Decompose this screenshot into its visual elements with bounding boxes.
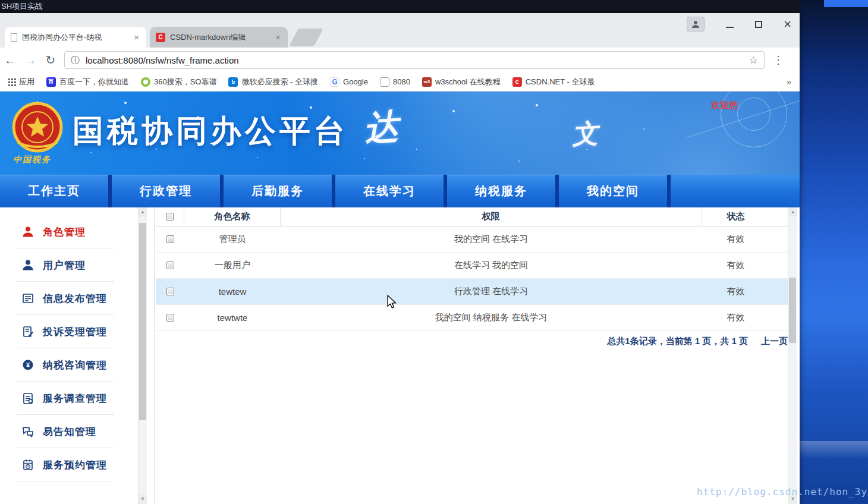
site-title: 国税协同办公平台 — [73, 111, 348, 152]
close-button[interactable]: × — [784, 17, 791, 32]
row-checkbox[interactable] — [166, 235, 174, 243]
booking-calendar-icon — [21, 458, 34, 471]
recording-title-bar: SH项目实战 — [0, 0, 800, 13]
bookmark-8080[interactable]: 8080 — [380, 77, 410, 87]
google-favicon: G — [330, 77, 339, 87]
role-permissions: 在线学习 我的空间 — [281, 260, 702, 271]
forward-icon[interactable]: → — [20, 53, 40, 67]
row-checkbox[interactable] — [166, 262, 174, 269]
sidebar-item-tax-consult[interactable]: ¥ 纳税咨询管理 — [0, 348, 138, 382]
scroll-up-icon[interactable]: ▲ — [788, 207, 797, 217]
nav-item-admin[interactable]: 行政管理 — [112, 175, 220, 207]
scroll-down-icon[interactable]: ▼ — [139, 494, 147, 504]
bookmark-baidu[interactable]: 百 百度一下，你就知道 — [46, 77, 129, 87]
tab-close-icon[interactable]: × — [133, 32, 140, 42]
tab-tax-platform[interactable]: 国税协同办公平台-纳税 × — [5, 27, 146, 48]
emblem-logo — [10, 101, 66, 158]
bookmark-apps[interactable]: 应用 — [8, 77, 34, 87]
role-status: 有效 — [702, 260, 770, 271]
scrollbar-thumb[interactable] — [789, 278, 796, 343]
scrollbar-thumb[interactable] — [139, 223, 146, 420]
sidebar-item-service-survey[interactable]: 服务调查管理 — [0, 382, 138, 415]
nav-item-home[interactable]: 工作主页 — [0, 175, 108, 207]
sidebar-scrollbar[interactable]: ▲ ▼ — [138, 207, 147, 504]
role-permissions: 行政管理 在线学习 — [281, 286, 702, 297]
sidebar-item-info-publish[interactable]: 信息发布管理 — [0, 282, 138, 315]
sidebar-item-notify[interactable]: 易告知管理 — [0, 415, 138, 448]
doc-favicon — [380, 77, 389, 87]
minimize-button[interactable] — [726, 21, 734, 28]
content-scrollbar[interactable]: ▲ ▼ — [788, 207, 797, 504]
role-status: 有效 — [702, 312, 770, 323]
tab-title: 国税协同办公平台-纳税 — [22, 32, 128, 43]
bookmark-bing[interactable]: b 微软必应搜索 - 全球搜 — [228, 77, 318, 87]
main-nav: 工作主页 行政管理 后勤服务 在线学习 纳税服务 我的空间 — [0, 175, 800, 207]
bookmark-star-icon[interactable]: ☆ — [749, 54, 758, 67]
new-tab-button[interactable] — [289, 29, 323, 46]
role-name: tewtew — [184, 286, 281, 297]
bookmarks-overflow-icon[interactable]: » — [787, 77, 791, 87]
bookmark-w3school[interactable]: w3 w3school 在线教程 — [422, 77, 501, 87]
csdn-favicon: C — [156, 33, 165, 42]
table-row[interactable]: tewtwte 我的空间 纳税服务 在线学习 有效 — [156, 305, 788, 331]
sidebar-item-complaint[interactable]: 投诉受理管理 — [0, 315, 138, 348]
browser-menu-icon[interactable]: ⋮ — [773, 53, 784, 67]
role-name: 管理员 — [184, 234, 281, 245]
csdn-favicon: C — [512, 77, 522, 87]
nav-item-logistics[interactable]: 后勤服务 — [224, 175, 332, 207]
sidebar-item-role-mgmt[interactable]: 角色管理 — [0, 215, 138, 248]
role-permissions: 我的空间 在线学习 — [281, 234, 702, 245]
tab-close-icon[interactable]: × — [274, 32, 282, 42]
page-info-icon[interactable]: ⓘ — [71, 55, 80, 66]
row-checkbox[interactable] — [166, 288, 174, 295]
profile-button[interactable] — [687, 17, 705, 32]
pagination-summary: 总共1条记录，当前第 1 页，共 1 页 — [607, 336, 748, 347]
scroll-up-icon[interactable]: ▲ — [139, 207, 147, 217]
browser-titlebar: 国税协同办公平台-纳税 × C CSDN-markdown编辑 × × — [0, 13, 800, 48]
address-bar[interactable]: ⓘ localhost:8080/nsfw/nsfw_frame.action … — [64, 51, 765, 69]
column-header-permissions: 权限 — [281, 207, 702, 226]
bookmark-google[interactable]: G Google — [330, 77, 368, 87]
w3school-favicon: w3 — [422, 77, 432, 87]
table-row[interactable]: 一般用户 在线学习 我的空间 有效 — [156, 253, 788, 279]
tab-title: CSDN-markdown编辑 — [170, 32, 269, 43]
maximize-button[interactable] — [755, 21, 762, 28]
role-status: 有效 — [702, 234, 770, 245]
bing-favicon: b — [228, 77, 238, 87]
watermark-url: http://blog.csdn.net/hon_3y — [697, 486, 867, 497]
column-header-status: 状态 — [702, 207, 770, 226]
tax-coin-icon: ¥ — [21, 358, 34, 371]
browser-toolbar: ← → ↻ ⓘ localhost:8080/nsfw/nsfw_frame.a… — [0, 48, 800, 73]
nav-item-learning[interactable]: 在线学习 — [335, 175, 444, 207]
user-icon — [21, 259, 34, 272]
column-header-role-name: 角色名称 — [184, 207, 281, 226]
nav-item-myspace[interactable]: 我的空间 — [559, 175, 667, 207]
row-checkbox[interactable] — [166, 314, 174, 322]
sidebar-item-user-mgmt[interactable]: 用户管理 — [0, 248, 138, 282]
recording-title: SH项目实战 — [1, 2, 43, 11]
nav-item-taxservice[interactable]: 纳税服务 — [447, 175, 555, 207]
sidebar-item-booking[interactable]: 服务预约管理 — [0, 448, 138, 481]
baidu-favicon: 百 — [46, 77, 56, 87]
user-icon — [21, 225, 34, 238]
content-area: 角色管理 用户管理 信息发布管理 — [0, 207, 800, 504]
calligraphy-decoration: 达 — [362, 103, 400, 152]
table-row-highlighted[interactable]: tewtew 行政管理 在线学习 有效 — [156, 279, 788, 305]
table-row[interactable]: 管理员 我的空间 在线学习 有效 — [156, 226, 788, 253]
nav-filler — [671, 175, 800, 207]
select-all-checkbox[interactable] — [166, 213, 174, 220]
welcome-text: 欢迎您 — [711, 100, 738, 111]
mouse-cursor — [386, 295, 400, 309]
back-icon[interactable]: ← — [0, 53, 20, 67]
web-page: 中国税务 国税协同办公平台 达 文 欢迎您 工作主页 行政管理 后勤服务 在线学… — [0, 92, 800, 504]
bookmark-360[interactable]: 360搜索，SO靠谱 — [141, 77, 216, 87]
calligraphy-decoration: 文 — [571, 116, 599, 152]
tab-csdn[interactable]: C CSDN-markdown编辑 × — [150, 27, 288, 48]
sidebar: 角色管理 用户管理 信息发布管理 — [0, 207, 155, 504]
taskbar-fragment — [824, 0, 868, 7]
refresh-icon[interactable]: ↻ — [40, 53, 61, 67]
site-banner: 中国税务 国税协同办公平台 达 文 欢迎您 — [0, 92, 800, 175]
url-text: localhost:8080/nsfw/nsfw_frame.action — [86, 55, 743, 65]
prev-page-link[interactable]: 上一页 — [761, 336, 788, 347]
bookmark-csdn[interactable]: C CSDN.NET - 全球最 — [512, 77, 595, 87]
